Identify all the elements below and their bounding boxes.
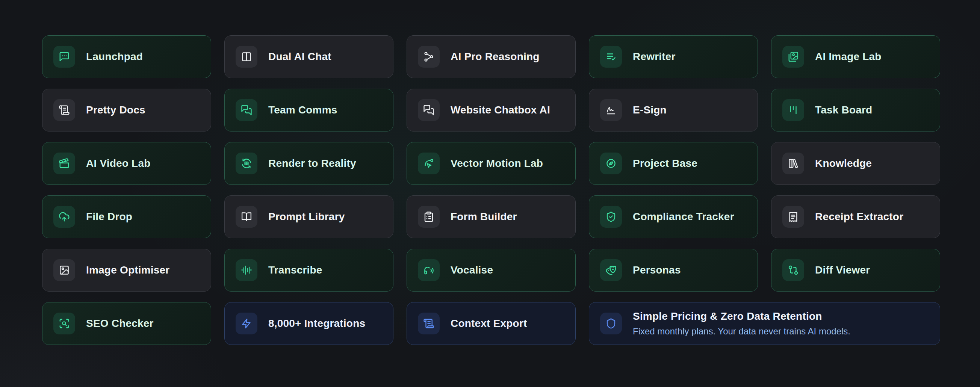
card-pretty-docs[interactable]: Pretty Docs xyxy=(42,89,211,132)
card-8-000-integrations[interactable]: 8,000+ Integrations xyxy=(224,302,393,345)
card-label: Simple Pricing & Zero Data Retention xyxy=(633,311,850,322)
clipboard-list-icon xyxy=(418,206,440,228)
card-label: Personas xyxy=(633,264,681,276)
card-label: Image Optimiser xyxy=(86,264,169,276)
card-render-to-reality[interactable]: Render to Reality xyxy=(224,142,393,185)
card-label: SEO Checker xyxy=(86,317,154,330)
messages-icon xyxy=(418,99,440,121)
card-label: Team Comms xyxy=(268,104,337,116)
card-label: Compliance Tracker xyxy=(633,211,734,223)
library-books-icon xyxy=(782,153,804,174)
card-file-drop[interactable]: File Drop xyxy=(42,195,211,238)
card-transcribe[interactable]: Transcribe xyxy=(224,249,393,291)
message-dots-icon xyxy=(53,46,75,68)
card-ai-image-lab[interactable]: AI Image Lab xyxy=(771,35,940,78)
card-label: E-Sign xyxy=(633,104,667,116)
card-label: Vector Motion Lab xyxy=(450,158,543,169)
card-label: Pretty Docs xyxy=(86,104,145,116)
card-label: Dual AI Chat xyxy=(268,51,331,63)
card-label: Prompt Library xyxy=(268,211,345,223)
receipt-icon xyxy=(782,206,804,228)
zap-icon xyxy=(235,312,258,334)
card-label: 8,000+ Integrations xyxy=(268,317,365,330)
card-label: Knowledge xyxy=(815,158,872,169)
card-knowledge[interactable]: Knowledge xyxy=(771,142,940,185)
audio-lines-icon xyxy=(235,259,258,281)
book-open-icon xyxy=(235,206,258,228)
card-vector-motion-lab[interactable]: Vector Motion Lab xyxy=(407,142,576,185)
shield-check-icon xyxy=(600,206,622,228)
card-label: Project Base xyxy=(633,158,697,169)
card-dual-ai-chat[interactable]: Dual AI Chat xyxy=(224,35,393,78)
card-form-builder[interactable]: Form Builder xyxy=(407,195,576,238)
card-vocalise[interactable]: Vocalise xyxy=(407,249,576,291)
card-ai-video-lab[interactable]: AI Video Lab xyxy=(42,142,211,185)
kanban-icon xyxy=(782,99,804,121)
card-label: AI Video Lab xyxy=(86,158,150,169)
clapperboard-icon xyxy=(53,153,75,174)
git-compare-icon xyxy=(782,259,804,281)
spline-pointer-icon xyxy=(418,153,440,174)
card-label: Context Export xyxy=(450,317,527,330)
card-website-chatbox-ai[interactable]: Website Chatbox AI xyxy=(407,89,576,132)
card-seo-checker[interactable]: SEO Checker xyxy=(42,302,211,345)
page-background: Launchpad Dual AI Chat AI Pro Reasoning … xyxy=(0,0,980,387)
card-label: Task Board xyxy=(815,104,872,116)
signature-icon xyxy=(600,99,622,121)
card-label: Vocalise xyxy=(450,264,493,276)
card-e-sign[interactable]: E-Sign xyxy=(589,89,758,132)
card-project-base[interactable]: Project Base xyxy=(589,142,758,185)
voice-waves-icon xyxy=(418,259,440,281)
nodes-graph-icon xyxy=(418,46,440,68)
card-compliance-tracker[interactable]: Compliance Tracker xyxy=(589,195,758,238)
drama-masks-icon xyxy=(600,259,622,281)
card-prompt-library[interactable]: Prompt Library xyxy=(224,195,393,238)
card-label: AI Image Lab xyxy=(815,51,881,63)
card-label: Diff Viewer xyxy=(815,264,870,276)
card-personas[interactable]: Personas xyxy=(589,249,758,291)
card-label: Render to Reality xyxy=(268,158,356,169)
scan-search-icon xyxy=(53,312,75,334)
scroll-text-icon xyxy=(418,312,440,334)
card-simple-pricing-zero-data-retention[interactable]: Simple Pricing & Zero Data Retention Fix… xyxy=(589,302,940,345)
card-task-board[interactable]: Task Board xyxy=(771,89,940,132)
card-label: AI Pro Reasoning xyxy=(450,51,539,63)
list-check-icon xyxy=(600,46,622,68)
image-icon xyxy=(53,259,75,281)
shield-icon xyxy=(600,312,622,334)
card-diff-viewer[interactable]: Diff Viewer xyxy=(771,249,940,291)
messages-icon xyxy=(235,99,258,121)
leaf-circle-icon xyxy=(600,153,622,174)
card-launchpad[interactable]: Launchpad xyxy=(42,35,211,78)
card-team-comms[interactable]: Team Comms xyxy=(224,89,393,132)
card-label: Rewriter xyxy=(633,51,676,63)
card-label: Launchpad xyxy=(86,51,143,63)
card-context-export[interactable]: Context Export xyxy=(407,302,576,345)
camera-rotate-icon xyxy=(235,153,258,174)
scroll-text-icon xyxy=(53,99,75,121)
feature-grid: Launchpad Dual AI Chat AI Pro Reasoning … xyxy=(0,0,980,387)
card-label: Website Chatbox AI xyxy=(450,104,550,116)
card-label: Receipt Extractor xyxy=(815,211,904,223)
card-image-optimiser[interactable]: Image Optimiser xyxy=(42,249,211,291)
images-icon xyxy=(782,46,804,68)
cloud-upload-icon xyxy=(53,206,75,228)
card-rewriter[interactable]: Rewriter xyxy=(589,35,758,78)
card-subtitle: Fixed monthly plans. Your data never tra… xyxy=(633,326,850,337)
card-label: Form Builder xyxy=(450,211,517,223)
card-ai-pro-reasoning[interactable]: AI Pro Reasoning xyxy=(407,35,576,78)
card-label: Transcribe xyxy=(268,264,322,276)
split-columns-icon xyxy=(235,46,258,68)
card-receipt-extractor[interactable]: Receipt Extractor xyxy=(771,195,940,238)
card-label: File Drop xyxy=(86,211,132,223)
